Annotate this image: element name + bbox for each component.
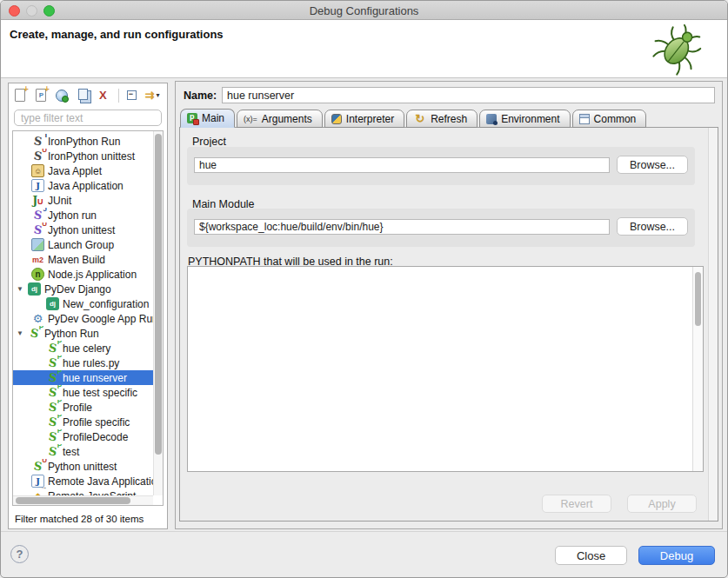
tree-item-label: Java Application: [48, 180, 124, 192]
tree-item-profile-specific[interactable]: Profile specific: [13, 415, 153, 429]
tree-vertical-scrollbar[interactable]: [153, 131, 163, 495]
name-input[interactable]: [222, 87, 715, 103]
bug-logo-icon: [647, 22, 708, 77]
tab-label: Refresh: [431, 113, 467, 125]
tab-common[interactable]: Common: [572, 110, 647, 128]
main-tab-content: Project Browse... Main Module Browse... …: [179, 127, 718, 522]
apply-button[interactable]: Apply: [627, 495, 697, 513]
close-button[interactable]: Close: [555, 546, 627, 565]
tab-bar: Main Arguments Interpreter Refresh Envir…: [180, 109, 718, 128]
pythonpath-list[interactable]: [187, 266, 704, 472]
tree-item-label: PyDev Django: [44, 283, 111, 296]
pythonpath-scrollbar[interactable]: [692, 267, 703, 471]
pythonpath-entry: [188, 409, 692, 422]
project-input[interactable]: [194, 157, 610, 173]
expander-icon[interactable]: ▼: [17, 329, 28, 337]
tree-item-hue-celery[interactable]: hue celery: [13, 341, 153, 355]
ironpython-run-icon: [31, 135, 44, 148]
help-button[interactable]: ?: [10, 545, 29, 563]
tree-item-new-configuration[interactable]: New_configuration: [13, 296, 153, 311]
tab-label: Common: [594, 113, 637, 125]
tree-item-python-run[interactable]: ▼ Python Run: [13, 326, 153, 341]
new-prototype-icon: [36, 89, 46, 102]
debug-button[interactable]: Debug: [638, 546, 715, 565]
python-run-icon: [28, 327, 41, 340]
tree-item-profile[interactable]: Profile: [13, 400, 153, 415]
toolbar-button[interactable]: [124, 86, 143, 104]
tree-item-java-application[interactable]: Java Application: [13, 178, 153, 193]
pythonpath-entry: [188, 396, 692, 409]
pythonpath-entry: [188, 294, 692, 307]
main-module-input[interactable]: [194, 219, 610, 235]
tab-environment[interactable]: Environment: [479, 110, 570, 128]
tree-item-python-unittest[interactable]: Python unittest: [13, 459, 153, 474]
toolbar-button[interactable]: [95, 86, 114, 104]
maven-icon: [31, 253, 44, 266]
revert-button[interactable]: Revert: [542, 495, 611, 513]
launch-group-icon: [31, 238, 44, 251]
pythonpath-entry: [188, 268, 692, 281]
tree-item-hue-runserver[interactable]: hue runserver: [13, 370, 153, 385]
tree-item-launch-group[interactable]: Launch Group: [13, 237, 153, 252]
tree-item-label: Java Applet: [48, 165, 102, 177]
pythonpath-entry: [188, 461, 692, 471]
panel-scrollbar[interactable]: [708, 128, 718, 521]
page-title: Create, manage, and run configurations: [1, 20, 727, 41]
tree-item-ironpython-unittest[interactable]: IronPython unittest: [13, 149, 153, 163]
collapse-all-icon: [127, 90, 137, 100]
tree-item-remote-java-application[interactable]: Remote Java Application: [13, 474, 153, 488]
tab-interpreter[interactable]: Interpreter: [324, 110, 404, 128]
tree-item-hue-rules-py[interactable]: hue rules.py: [13, 355, 153, 370]
toolbar-separator: [118, 89, 119, 103]
dialog-header: Create, manage, and run configurations: [1, 20, 727, 78]
pythonpath-entry: [188, 319, 692, 332]
filter-icon: [146, 89, 159, 102]
project-browse-button[interactable]: Browse...: [617, 156, 688, 174]
python-run-icon: [46, 342, 59, 355]
tab-label: Arguments: [262, 113, 312, 125]
toolbar-button[interactable]: [54, 86, 73, 104]
python-run-icon: [46, 371, 59, 384]
tree-item-label: test: [63, 446, 79, 458]
configuration-detail-panel: Name: Main Arguments Interpreter Refresh: [175, 81, 723, 529]
name-label: Name:: [184, 90, 217, 102]
tree-item-jython-run[interactable]: Jython run: [13, 208, 153, 223]
expander-icon[interactable]: ▼: [17, 285, 28, 293]
python-run-icon: [46, 415, 59, 429]
filter-input[interactable]: [14, 110, 162, 126]
pythonpath-entry: [188, 358, 692, 371]
tab-refresh[interactable]: Refresh: [406, 110, 478, 128]
interpreter-icon: [331, 114, 342, 124]
remote-js-icon: [31, 489, 44, 495]
tree-item-maven-build[interactable]: Maven Build: [13, 252, 153, 267]
toolbar-button[interactable]: [33, 86, 52, 104]
tree-item-pydev-google-app-run[interactable]: PyDev Google App Run: [13, 311, 153, 326]
pythonpath-entry: [188, 422, 692, 435]
globe-icon: [56, 90, 68, 102]
tree-item-remote-javascript[interactable]: Remote JavaScript: [13, 488, 153, 495]
tab-main[interactable]: Main: [180, 109, 235, 128]
tree-horizontal-scrollbar[interactable]: [13, 495, 153, 505]
tree-item-label: hue runserver: [63, 372, 127, 384]
tree-item-profiledecode[interactable]: ProfileDecode: [13, 429, 153, 444]
tree-item-label: Remote Java Application: [48, 475, 153, 488]
toolbar-button[interactable]: [144, 86, 164, 104]
tree-item-jython-unittest[interactable]: Jython unittest: [13, 223, 153, 237]
tree-item-java-applet[interactable]: Java Applet: [13, 163, 153, 178]
toolbar-button[interactable]: [12, 86, 31, 104]
remote-java-icon: [31, 475, 44, 488]
tree-item-node-js-application[interactable]: Node.js Application: [13, 267, 153, 282]
main-module-browse-button[interactable]: Browse...: [617, 217, 688, 236]
tree-item-test[interactable]: test: [13, 444, 153, 459]
tree-item-ironpython-run[interactable]: IronPython Run: [13, 134, 153, 149]
tree-item-hue-test-specific[interactable]: hue test specific: [13, 385, 153, 400]
toolbar-button[interactable]: [75, 86, 94, 104]
tree-item-label: Python Run: [44, 328, 99, 340]
tab-arguments[interactable]: Arguments: [237, 110, 323, 128]
pythonpath-entry: [188, 345, 692, 358]
ironpython-unittest-icon: [31, 149, 44, 163]
java-application-icon: [31, 179, 44, 192]
tree-item-junit[interactable]: JUnit: [13, 193, 153, 208]
main-icon: [187, 113, 197, 123]
tree-item-pydev-django[interactable]: ▼ PyDev Django: [13, 282, 153, 296]
